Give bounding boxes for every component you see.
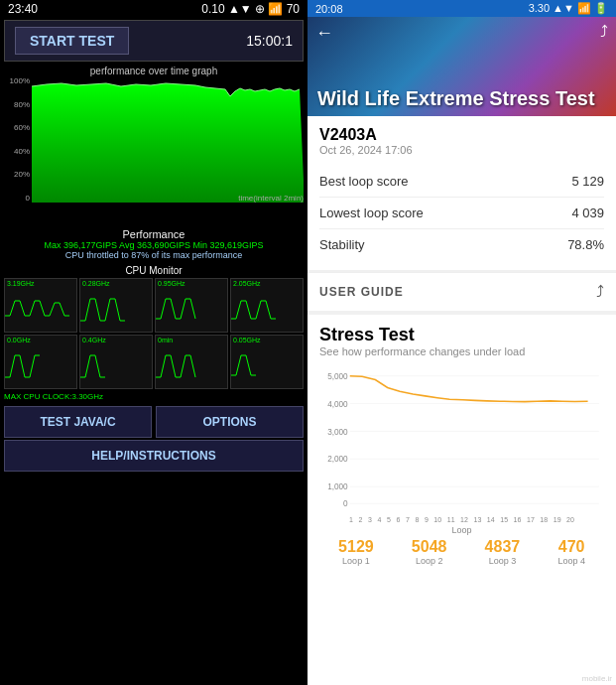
lowest-loop-row: Lowest loop score 4 039 — [319, 198, 604, 229]
score-item-2: 5048 Loop 2 — [412, 538, 447, 566]
status-icons-left: 0.10 ▲▼ ⊕ 📶 70 — [201, 2, 300, 16]
performance-svg — [32, 76, 304, 203]
graph-canvas: time(interval 2min) — [32, 76, 304, 203]
user-guide-label: USER GUIDE — [319, 285, 404, 299]
score-loop-3: Loop 3 — [485, 556, 521, 566]
best-loop-label: Best loop score — [319, 174, 409, 189]
device-name: V2403A — [319, 126, 604, 144]
score-item-4: 470 Loop 4 — [557, 538, 585, 566]
score-loop-2: Loop 2 — [412, 556, 447, 566]
share-guide-icon[interactable]: ⤴ — [596, 283, 604, 301]
cpu-cell-7: 0min — [155, 335, 228, 389]
score-item-1: 5129 Loop 1 — [338, 538, 374, 566]
cpu-cell-4: 2.05GHz — [230, 278, 304, 333]
results-card: V2403A Oct 26, 2024 17:06 Best loop scor… — [308, 116, 616, 270]
status-icons-right: 3.30 ▲▼ 📶 🔋 — [529, 2, 608, 15]
best-loop-value: 5 129 — [571, 174, 604, 189]
lowest-loop-label: Lowest loop score — [319, 206, 424, 220]
share-hero-icon[interactable]: ⤴ — [600, 23, 608, 41]
score-loop-4: Loop 4 — [557, 556, 585, 566]
start-test-button[interactable]: START TEST — [15, 27, 129, 55]
stability-label: Stability — [319, 237, 365, 252]
time-right: 20:08 — [315, 3, 343, 15]
left-panel: 23:40 0.10 ▲▼ ⊕ 📶 70 START TEST 15:00:1 … — [0, 0, 308, 685]
cpu-grid: 3.19GHz 0.28GHz 0.95GHz 2.05GHz 0.0GHz — [4, 278, 304, 389]
svg-text:4,000: 4,000 — [327, 399, 348, 409]
user-guide-row[interactable]: USER GUIDE ⤴ — [308, 272, 616, 311]
cpu-cell-1: 3.19GHz — [4, 278, 77, 333]
right-panel: 20:08 3.30 ▲▼ 📶 🔋 ← ⤴ Wild Life Extreme … — [308, 0, 616, 685]
back-arrow-icon[interactable]: ← — [315, 23, 333, 44]
graph-fill — [32, 83, 304, 203]
score-value-1: 5129 — [338, 538, 374, 556]
stress-chart-area: 5,000 4,000 3,000 2,000 1,000 0 — [319, 365, 604, 534]
svg-text:2,000: 2,000 — [327, 454, 348, 464]
hero-section: ← ⤴ Wild Life Extreme Stress Test — [308, 17, 616, 116]
time-left: 23:40 — [8, 2, 38, 16]
watermark: mobile.ir — [582, 674, 612, 683]
graph-title: performance over time graph — [4, 66, 304, 76]
cpu-cell-2: 0.28GHz — [79, 278, 153, 333]
stress-section: Stress Test See how performance changes … — [308, 315, 616, 685]
status-bar-right: 20:08 3.30 ▲▼ 📶 🔋 — [308, 0, 616, 17]
cpu-cell-3: 0.95GHz — [155, 278, 228, 333]
help-button[interactable]: HELP/INSTRUCTIONS — [4, 440, 304, 472]
score-row: 5129 Loop 1 5048 Loop 2 4837 Loop 3 470 … — [319, 534, 604, 566]
cpu-cell-8: 0.05GHz — [230, 335, 304, 389]
test-java-button[interactable]: TEST JAVA/C — [4, 406, 152, 438]
stress-chart-svg: 5,000 4,000 3,000 2,000 1,000 0 — [319, 365, 604, 514]
cpu-cell-6: 0.4GHz — [79, 335, 153, 389]
performance-graph-area: performance over time graph 100% 80% 60%… — [4, 66, 304, 224]
options-button[interactable]: OPTIONS — [156, 406, 304, 438]
cpu-cell-5: 0.0GHz — [4, 335, 77, 389]
stress-line — [350, 376, 588, 402]
svg-text:0: 0 — [343, 498, 348, 508]
score-value-2: 5048 — [412, 538, 447, 556]
perf-stats: Performance Max 396,177GIPS Avg 363,690G… — [0, 226, 308, 262]
performance-graph: 100% 80% 60% 40% 20% 0 — [4, 76, 304, 220]
cpu-max-label: MAX CPU CLOCK:3.30GHz — [4, 392, 304, 401]
best-loop-row: Best loop score 5 129 — [319, 166, 604, 198]
throttle-info: CPU throttled to 87% of its max performa… — [4, 250, 304, 260]
score-item-3: 4837 Loop 3 — [485, 538, 521, 566]
status-bar-left: 23:40 0.10 ▲▼ ⊕ 📶 70 — [0, 0, 308, 18]
score-value-4: 470 — [557, 538, 585, 556]
score-value-3: 4837 — [485, 538, 521, 556]
stability-row: Stability 78.8% — [319, 229, 604, 260]
cpu-monitor-label: CPU Monitor — [0, 265, 308, 276]
perf-title: Performance — [4, 228, 304, 240]
stress-subtitle: See how performance changes under load — [319, 345, 604, 357]
svg-text:5,000: 5,000 — [327, 371, 348, 381]
y-axis: 100% 80% 60% 40% 20% 0 — [4, 76, 32, 203]
start-test-bar: START TEST 15:00:1 — [4, 20, 304, 62]
bottom-buttons: TEST JAVA/C OPTIONS — [4, 406, 304, 438]
lowest-loop-value: 4 039 — [571, 206, 604, 220]
loop-axis-label: Loop — [319, 525, 604, 535]
hero-title: Wild Life Extreme Stress Test — [317, 86, 606, 110]
score-loop-1: Loop 1 — [338, 556, 374, 566]
x-axis-label: time(interval 2min) — [238, 194, 304, 203]
device-date: Oct 26, 2024 17:06 — [319, 144, 604, 156]
svg-text:3,000: 3,000 — [327, 426, 348, 436]
stress-title: Stress Test — [319, 325, 604, 345]
svg-text:1,000: 1,000 — [327, 481, 348, 491]
timer-display: 15:00:1 — [246, 33, 293, 49]
perf-values: Max 396,177GIPS Avg 363,690GIPS Min 329,… — [4, 240, 304, 250]
stability-value: 78.8% — [567, 237, 604, 252]
